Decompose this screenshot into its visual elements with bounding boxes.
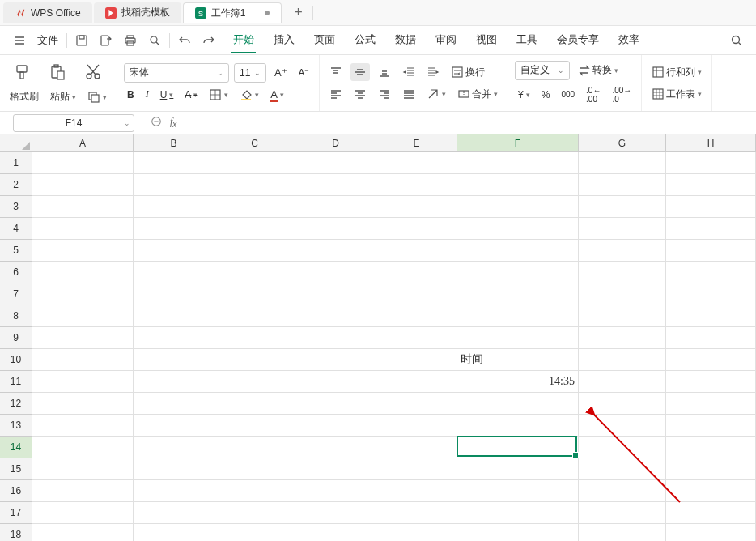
bold-button[interactable]: B — [124, 87, 138, 103]
cell[interactable] — [32, 524, 134, 541]
cell[interactable] — [376, 524, 457, 541]
export-icon[interactable] — [95, 29, 117, 52]
fill-color-button[interactable]: ▾ — [236, 86, 262, 104]
cell[interactable] — [579, 371, 666, 393]
fx-icon[interactable]: fx — [170, 116, 176, 129]
cell[interactable] — [376, 196, 457, 218]
menu-start[interactable]: 开始 — [231, 28, 256, 53]
cell[interactable] — [214, 262, 295, 283]
cell[interactable] — [666, 458, 756, 480]
column-header[interactable]: G — [579, 134, 666, 152]
cell[interactable] — [32, 458, 134, 480]
menu-page[interactable]: 页面 — [312, 28, 337, 53]
select-all-corner[interactable] — [0, 134, 32, 152]
wrap-text-button[interactable]: 换行 — [448, 63, 488, 82]
cell[interactable]: 时间 — [457, 349, 579, 371]
spreadsheet-grid[interactable]: ABCDEFGH 123456789101112131415161718 时间1… — [0, 134, 756, 541]
font-name-select[interactable]: 宋体⌄ — [124, 63, 229, 83]
cell[interactable] — [134, 283, 214, 305]
cell[interactable] — [295, 502, 376, 524]
cell[interactable] — [214, 218, 295, 240]
cell[interactable] — [32, 218, 134, 240]
menu-insert[interactable]: 插入 — [272, 28, 296, 53]
cell[interactable] — [666, 349, 756, 371]
column-header[interactable]: E — [376, 134, 457, 152]
cell[interactable] — [214, 305, 295, 327]
rowcol-button[interactable]: 行和列▾ — [648, 63, 705, 82]
increase-decimal-button[interactable]: .00→.0 — [609, 83, 635, 106]
cell[interactable] — [295, 480, 376, 502]
cell[interactable] — [579, 196, 666, 218]
cell[interactable] — [214, 349, 295, 371]
strikethrough-button[interactable]: A▾ — [181, 87, 201, 103]
row-header[interactable]: 4 — [0, 218, 32, 240]
cell[interactable] — [666, 327, 756, 349]
row-header[interactable]: 5 — [0, 240, 32, 262]
row-header[interactable]: 18 — [0, 524, 32, 541]
cell[interactable] — [666, 196, 756, 218]
cell[interactable] — [214, 283, 295, 305]
cell[interactable] — [295, 262, 376, 283]
cell[interactable] — [295, 174, 376, 196]
cell[interactable] — [579, 502, 666, 524]
cell[interactable] — [214, 240, 295, 262]
align-top-button[interactable] — [326, 63, 346, 81]
cell[interactable] — [214, 393, 295, 415]
column-header[interactable]: A — [32, 134, 134, 152]
cell[interactable] — [134, 415, 214, 437]
cell[interactable] — [376, 262, 457, 283]
cell[interactable] — [134, 393, 214, 415]
paste-button[interactable] — [42, 60, 73, 84]
font-size-select[interactable]: 11⌄ — [234, 63, 266, 83]
column-header[interactable]: F — [457, 134, 579, 152]
column-header[interactable]: H — [666, 134, 756, 152]
copy-button[interactable]: ▾ — [84, 88, 110, 106]
file-menu[interactable]: 文件 — [32, 28, 63, 53]
cell[interactable] — [32, 283, 134, 305]
cell[interactable] — [134, 437, 214, 458]
row-header[interactable]: 14 — [0, 437, 32, 458]
cell[interactable] — [376, 502, 457, 524]
cell[interactable] — [666, 174, 756, 196]
cell[interactable] — [134, 349, 214, 371]
cell[interactable] — [32, 262, 134, 283]
cell[interactable] — [295, 240, 376, 262]
cell[interactable] — [666, 218, 756, 240]
cell[interactable] — [579, 283, 666, 305]
cell[interactable] — [666, 305, 756, 327]
decrease-indent-button[interactable] — [399, 63, 418, 81]
cell[interactable] — [32, 240, 134, 262]
format-painter-label[interactable]: 格式刷 — [6, 87, 42, 106]
row-header[interactable]: 3 — [0, 196, 32, 218]
name-box[interactable]: F14 ⌄ — [13, 114, 134, 132]
row-header[interactable]: 15 — [0, 458, 32, 480]
menu-view[interactable]: 视图 — [474, 28, 499, 53]
cell[interactable] — [457, 327, 579, 349]
cell[interactable] — [579, 393, 666, 415]
row-header[interactable]: 17 — [0, 502, 32, 524]
cell[interactable] — [579, 305, 666, 327]
cell[interactable] — [457, 240, 579, 262]
print-preview-icon[interactable] — [143, 29, 166, 52]
row-header[interactable]: 10 — [0, 349, 32, 371]
percent-button[interactable]: % — [538, 87, 554, 103]
cell[interactable] — [666, 480, 756, 502]
cell[interactable] — [134, 327, 214, 349]
cell[interactable] — [579, 349, 666, 371]
cell[interactable] — [134, 524, 214, 541]
cell[interactable] — [457, 262, 579, 283]
cell[interactable] — [32, 371, 134, 393]
underline-button[interactable]: U▾ — [157, 87, 177, 103]
italic-button[interactable]: I — [142, 86, 152, 103]
cell[interactable] — [579, 262, 666, 283]
cell[interactable] — [376, 283, 457, 305]
cell[interactable] — [579, 480, 666, 502]
cell[interactable] — [32, 152, 134, 174]
menu-efficiency[interactable]: 效率 — [617, 28, 641, 53]
cell[interactable] — [295, 371, 376, 393]
cell[interactable] — [666, 371, 756, 393]
cell[interactable] — [457, 524, 579, 541]
cell[interactable] — [214, 174, 295, 196]
cell[interactable] — [134, 152, 214, 174]
cell[interactable] — [214, 480, 295, 502]
